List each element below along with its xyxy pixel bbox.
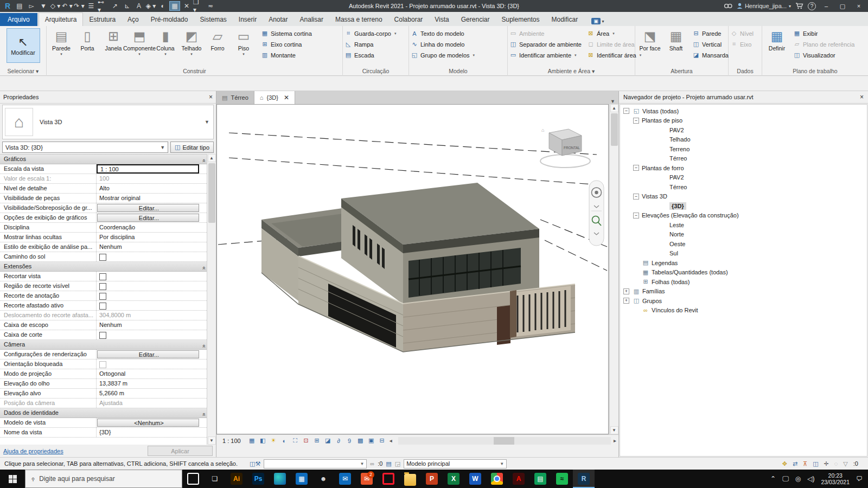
modify-tool-button[interactable]: ↖ Modificar <box>7 28 40 63</box>
property-value[interactable]: <Nenhum> <box>97 419 199 427</box>
ribbon-small-button[interactable]: ⌗ Eixo <box>730 40 754 49</box>
qat-icon[interactable]: ☰ <box>86 1 97 11</box>
ribbon-small-button[interactable]: ▭ Ambiente <box>509 29 582 38</box>
view-control-icon[interactable]: ∂ <box>334 436 343 445</box>
property-value[interactable] <box>97 281 207 291</box>
viewport-vertical-scrollbar[interactable]: ▲ ▼ <box>609 104 618 434</box>
tree-item[interactable]: PAV2 <box>620 125 867 135</box>
ribbon-tab[interactable]: Colaborar <box>388 13 429 26</box>
ribbon-big-button[interactable]: ▦ Shaft <box>663 27 689 52</box>
tree-item[interactable]: − Elevações (Elevação da construção) <box>620 211 867 221</box>
camera-icon[interactable]: ◎ <box>795 475 801 483</box>
tree-item[interactable]: Oeste <box>620 239 867 249</box>
select-pinned-icon[interactable]: ⊼ <box>803 460 807 467</box>
qat-icon[interactable]: ≂ <box>205 1 216 11</box>
taskbar-app-icon[interactable]: ▤ <box>529 470 551 488</box>
ribbon-small-button[interactable]: ▤ Escada <box>344 50 396 60</box>
ribbon-tab[interactable]: Massa e terreno <box>329 13 388 26</box>
property-value[interactable] <box>97 291 207 300</box>
ribbon-tab[interactable]: Analisar <box>294 13 329 26</box>
viewport-horizontal-scrollbar[interactable] <box>398 436 611 445</box>
taskbar-app-icon[interactable]: X <box>443 470 464 488</box>
property-value[interactable] <box>97 359 207 369</box>
chevron-down-icon[interactable]: ▼ <box>205 119 213 125</box>
ribbon-small-button[interactable]: ◫ Visualizador <box>793 50 854 60</box>
ribbon-tab[interactable]: Sistemas <box>194 13 232 26</box>
ribbon-big-button[interactable]: ▱ Forro <box>205 27 231 56</box>
tree-item[interactable]: ▤ Legendas <box>620 258 867 268</box>
view-tab-3d[interactable]: ⌂ {3D} ✕ <box>254 91 295 104</box>
property-row[interactable]: Recorte de anotação <box>0 291 207 301</box>
filter-icon[interactable]: ▽ <box>843 460 847 467</box>
tree-item[interactable]: Leste <box>620 220 867 230</box>
property-row[interactable]: Opções de exibição de gráficos Editar... <box>0 213 207 223</box>
ribbon-small-button[interactable]: ⊞ Eixo cortina <box>261 40 312 49</box>
view-control-icon[interactable]: ◐ <box>280 436 289 445</box>
user-account[interactable]: Henrique_jipa...▾ <box>737 3 791 9</box>
ribbon-small-button[interactable]: ▥ Montante <box>261 50 312 60</box>
property-value[interactable]: {3D} <box>97 428 207 437</box>
expand-collapse-icon[interactable]: − <box>633 194 639 200</box>
property-row[interactable]: Gráficos <box>0 155 207 164</box>
taskbar-app-icon[interactable]: ▦ <box>291 470 312 488</box>
ribbon-tab[interactable]: Suplementos <box>495 13 545 26</box>
view-control-icon[interactable]: 9 <box>345 436 354 445</box>
workset-combo[interactable]: ▼ <box>264 459 367 468</box>
tree-item[interactable]: Térreo <box>620 154 867 164</box>
property-row[interactable]: Visibilidade de peças Mostrar original <box>0 194 207 203</box>
taskbar-app-icon[interactable] <box>378 470 399 488</box>
expand-collapse-icon[interactable]: + <box>623 288 629 294</box>
ribbon-big-button[interactable]: ◩ Telhado <box>178 27 205 56</box>
chevron-up-icon[interactable]: ⌃ <box>770 475 776 483</box>
notification-center-icon[interactable]: 🗩 <box>856 475 863 483</box>
view-control-icon[interactable]: ⛶ <box>291 436 300 445</box>
ribbon-small-button[interactable]: ⌗ Guarda-corpo <box>344 29 396 38</box>
scroll-up-icon[interactable]: ▲ <box>610 104 618 112</box>
navigation-bar[interactable] <box>589 181 604 246</box>
qat-icon[interactable]: ▻ <box>26 1 37 11</box>
expand-collapse-icon[interactable]: − <box>633 213 639 219</box>
tree-item[interactable]: Norte <box>620 230 867 240</box>
property-value[interactable]: Nenhum <box>97 242 207 252</box>
ribbon-tab[interactable]: Vista <box>429 13 455 26</box>
taskbar-app-icon[interactable]: ✉ <box>334 470 356 488</box>
property-value[interactable]: Editar... <box>97 214 199 222</box>
drag-on-selection-icon[interactable]: ✛ <box>824 460 829 467</box>
qat-icon[interactable]: ◈ ▾ <box>145 1 156 11</box>
ribbon-small-button[interactable]: ◫ Vertical <box>692 40 729 49</box>
qat-icon[interactable]: ▼ <box>38 1 49 11</box>
ribbon-big-button[interactable]: ▮ Coluna <box>152 27 178 56</box>
view-control-icon[interactable]: ⊡ <box>302 436 311 445</box>
property-row[interactable]: Recorte afastado ativo <box>0 301 207 311</box>
expand-collapse-icon[interactable]: + <box>623 298 629 304</box>
ribbon-small-button[interactable]: ◫ Separador de ambiente <box>509 40 582 49</box>
select-links-icon[interactable]: ✥ <box>782 460 787 467</box>
ribbon-small-button[interactable]: ∿ Linha do modelo <box>411 40 475 49</box>
taskbar-app-icon[interactable]: P <box>421 470 443 488</box>
qat-icon[interactable]: ↶ ▾ <box>62 1 73 11</box>
property-row[interactable]: Região de recorte visível <box>0 281 207 291</box>
qat-icon[interactable]: A <box>133 1 144 11</box>
property-row[interactable]: Modo de projeção Ortogonal <box>0 369 207 379</box>
display-icon[interactable]: 🖵 <box>782 475 789 483</box>
property-value[interactable]: 304,8000 m <box>97 311 207 320</box>
ribbon-small-button[interactable]: ⊠ Identificar área <box>587 50 641 60</box>
ribbon-big-button[interactable]: ▯ Porta <box>74 27 100 56</box>
property-value[interactable]: 100 <box>97 174 207 183</box>
3d-model-canvas[interactable]: FRONTAL ⌂ <box>216 104 609 434</box>
ribbon-big-button[interactable]: ▭ Piso <box>231 27 257 56</box>
view-control-icon[interactable]: ◧ <box>258 436 267 445</box>
scroll-thumb[interactable] <box>208 163 215 223</box>
ribbon-tab[interactable]: Estrutura <box>83 13 122 26</box>
tree-item[interactable]: + ▥ Famílias <box>620 287 867 297</box>
qat-icon[interactable]: ▦ <box>169 1 180 11</box>
property-value[interactable]: 5,2660 m <box>97 389 207 398</box>
restore-button[interactable]: ▢ <box>837 1 848 11</box>
ribbon-big-button[interactable]: ⬒ Componente <box>126 27 152 56</box>
taskbar-app-icon[interactable]: A <box>508 470 529 488</box>
property-row[interactable]: Extensões <box>0 262 207 272</box>
close-view-icon[interactable]: ✕ <box>284 94 289 101</box>
qat-icon[interactable]: ↷ ▾ <box>74 1 85 11</box>
select-by-face-icon[interactable]: ◫ <box>813 460 818 467</box>
scroll-left-icon[interactable]: ◂ <box>390 438 392 444</box>
